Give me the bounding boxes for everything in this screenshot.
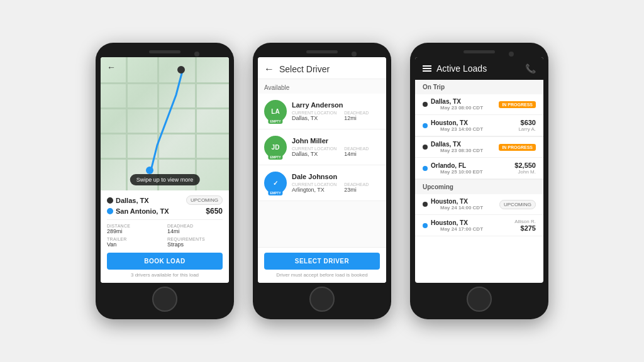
load-origin-city: Dallas, TX May 23 08:30 CDT — [423, 141, 483, 153]
empty-badge: EMPTY — [268, 190, 282, 195]
empty-badge: EMPTY — [268, 119, 282, 124]
driver-name-label: Larry A. — [518, 126, 536, 132]
dest-date: May 25 10:00 EDT — [440, 169, 483, 175]
driver-list: LA EMPTY Larry Anderson CURRENT LOCATION… — [258, 94, 386, 247]
book-load-button[interactable]: BOOK LOAD — [107, 253, 223, 270]
load-dest-city: Houston, TX May 23 14:00 CDT — [423, 119, 483, 132]
driver-meta: CURRENT LOCATION Dallas, TX DEADHEAD 12m… — [292, 111, 380, 121]
driver-initials: ✓ — [273, 180, 278, 187]
phone-1-screen: ← Swipe up to view more Dallas, TX UPCOM… — [101, 57, 229, 283]
phone-1: ← Swipe up to view more Dallas, TX UPCOM… — [96, 43, 234, 319]
dest-dot — [423, 223, 428, 228]
origin-text: Dallas, TX — [431, 98, 483, 105]
load-origin-row: Dallas, TX May 23 08:30 CDT IN PROGRESS — [415, 137, 543, 158]
driver-avatar: LA EMPTY — [264, 100, 287, 123]
active-header: Active Loads 📞 — [415, 57, 543, 80]
driver-meta: CURRENT LOCATION Dallas, TX DEADHEAD 14m… — [292, 146, 380, 157]
phone-call-icon[interactable]: 📞 — [525, 63, 536, 74]
driver-item[interactable]: JD EMPTY John Miller CURRENT LOCATION Da… — [258, 129, 386, 165]
requirements-detail: REQUIREMENTS Straps — [167, 237, 223, 248]
load-pair[interactable]: Houston, TX May 24 14:00 CDT UPCOMING Ho… — [415, 194, 543, 236]
swipe-tooltip: Swipe up to view more — [130, 174, 200, 185]
driver-location: CURRENT LOCATION Arlington, TX — [292, 182, 336, 193]
home-button[interactable] — [467, 287, 492, 312]
status-badge: IN PROGRESS — [499, 101, 536, 108]
load-row: Orlando, FL May 25 10:00 EDT $2,550 John… — [423, 162, 536, 175]
phones-container: ← Swipe up to view more Dallas, TX UPCOM… — [83, 30, 561, 332]
dest-city: San Antonio, TX — [107, 207, 169, 215]
dest-text: Orlando, FL — [431, 162, 483, 169]
phone-camera — [352, 52, 357, 57]
map-background — [101, 57, 229, 190]
dest-icon — [107, 208, 113, 214]
load-dest-city: Orlando, FL May 25 10:00 EDT — [423, 162, 483, 175]
section-header: Upcoming — [415, 180, 543, 194]
select-driver-title: Select Driver — [279, 64, 330, 74]
driver-header: ← Select Driver — [258, 57, 386, 79]
hamburger-icon[interactable] — [423, 65, 431, 72]
origin-text: Dallas, TX — [431, 141, 483, 148]
phone-2-screen: ← Select Driver Available LA EMPTY Larry… — [258, 57, 386, 283]
driver-avatar: ✓ EMPTY — [264, 172, 287, 194]
dest-text: Houston, TX — [431, 219, 483, 226]
driver-location: CURRENT LOCATION Dallas, TX — [292, 111, 336, 121]
load-dest-row: Houston, TX May 23 14:00 CDT $630 Larry … — [415, 115, 543, 136]
origin-dot — [423, 145, 428, 150]
phone-2: ← Select Driver Available LA EMPTY Larry… — [253, 43, 391, 319]
load-pair[interactable]: Dallas, TX May 23 08:00 CDT IN PROGRESS … — [415, 94, 543, 137]
driver-info: John Miller CURRENT LOCATION Dallas, TX … — [292, 137, 380, 157]
driver-initials: JD — [272, 144, 280, 151]
load-origin-row: Dallas, TX May 23 08:00 CDT IN PROGRESS — [415, 94, 543, 115]
load-price: $630 — [518, 119, 536, 126]
drivers-note: 3 drivers available for this load — [107, 272, 223, 278]
driver-item[interactable]: LA EMPTY Larry Anderson CURRENT LOCATION… — [258, 94, 386, 129]
distance-detail: DISTANCE 289mi — [107, 224, 162, 234]
driver-name: John Miller — [292, 137, 380, 145]
origin-icon — [107, 197, 113, 204]
load-row: Dallas, TX May 23 08:00 CDT IN PROGRESS — [423, 98, 536, 111]
home-button[interactable] — [309, 287, 335, 312]
load-row: Dallas, TX May 23 08:30 CDT IN PROGRESS — [423, 141, 536, 153]
upcoming-badge: UPCOMING — [186, 195, 223, 205]
phone-speaker — [306, 50, 338, 53]
driver-name-label: John M. — [514, 169, 536, 175]
active-loads-title: Active Loads — [436, 63, 487, 74]
phone-camera — [194, 52, 199, 57]
section-header: On Trip — [415, 80, 543, 94]
driver-item[interactable]: ✓ EMPTY Dale Johnson CURRENT LOCATION Ar… — [258, 165, 386, 201]
origin-date: May 24 14:00 CDT — [440, 205, 483, 211]
origin-date: May 23 08:30 CDT — [440, 148, 483, 153]
load-pair[interactable]: Dallas, TX May 23 08:30 CDT IN PROGRESS … — [415, 137, 543, 180]
phone-speaker — [464, 50, 495, 53]
driver-deadhead: DEADHEAD 12mi — [344, 111, 369, 121]
available-label: Available — [258, 79, 386, 94]
load-dest-city: Houston, TX May 24 17:00 CDT — [423, 219, 483, 232]
load-row: Houston, TX May 24 14:00 CDT UPCOMING — [423, 198, 536, 211]
driver-name: Larry Anderson — [292, 101, 380, 109]
driver-deadhead: DEADHEAD 23mi — [344, 182, 369, 193]
select-driver-button[interactable]: SELECT DRIVER — [264, 253, 380, 270]
status-badge: UPCOMING — [499, 200, 536, 209]
phone-3: Active Loads 📞 On Trip Dallas, TX May 23… — [410, 43, 548, 319]
dest-dot — [423, 123, 428, 128]
home-button[interactable] — [152, 287, 177, 312]
driver-deadhead: DEADHEAD 14mi — [344, 146, 369, 157]
dest-text: Houston, TX — [431, 119, 483, 126]
load-price: $2,550 — [514, 162, 536, 169]
load-price: $275 — [514, 224, 536, 232]
load-row: Houston, TX May 23 14:00 CDT $630 Larry … — [423, 119, 536, 132]
driver-avatar: JD EMPTY — [264, 136, 287, 158]
origin-city: Dallas, TX — [107, 197, 149, 204]
back-arrow-icon[interactable]: ← — [264, 63, 274, 75]
load-route: Dallas, TX UPCOMING San Antonio, TX $650 — [107, 195, 223, 216]
active-loads-content: On Trip Dallas, TX May 23 08:00 CDT IN P… — [415, 80, 543, 283]
driver-name: Dale Johnson — [292, 173, 380, 180]
origin-dot — [423, 102, 428, 107]
map-back-arrow[interactable]: ← — [107, 62, 116, 72]
dest-row: San Antonio, TX $650 — [107, 207, 223, 216]
dest-date: May 23 14:00 CDT — [440, 126, 483, 132]
load-details: DISTANCE 289mi DEADHEAD 14mi TRAILER Van… — [107, 219, 223, 248]
deadhead-detail: DEADHEAD 14mi — [167, 224, 223, 234]
load-origin-row: Houston, TX May 24 14:00 CDT UPCOMING — [415, 194, 543, 215]
load-info: Dallas, TX UPCOMING San Antonio, TX $650 — [101, 190, 229, 283]
